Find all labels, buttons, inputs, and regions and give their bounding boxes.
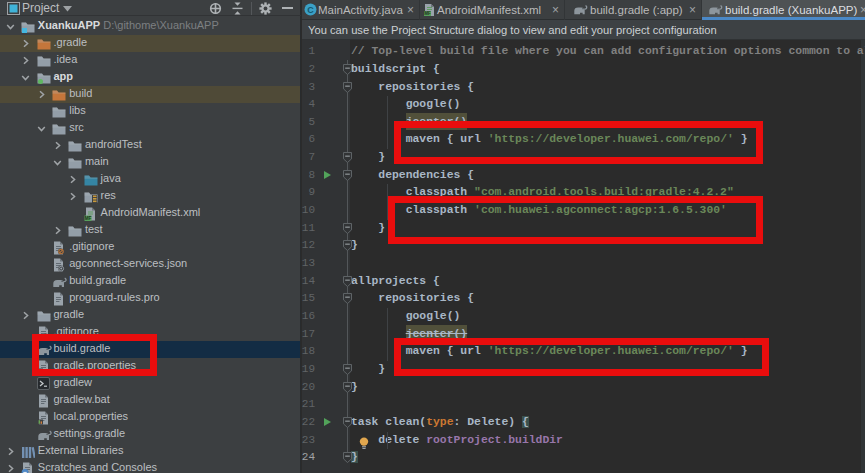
svg-text:C: C	[307, 5, 314, 15]
svg-text:MF: MF	[84, 216, 91, 221]
svg-text:MF: MF	[424, 11, 431, 16]
